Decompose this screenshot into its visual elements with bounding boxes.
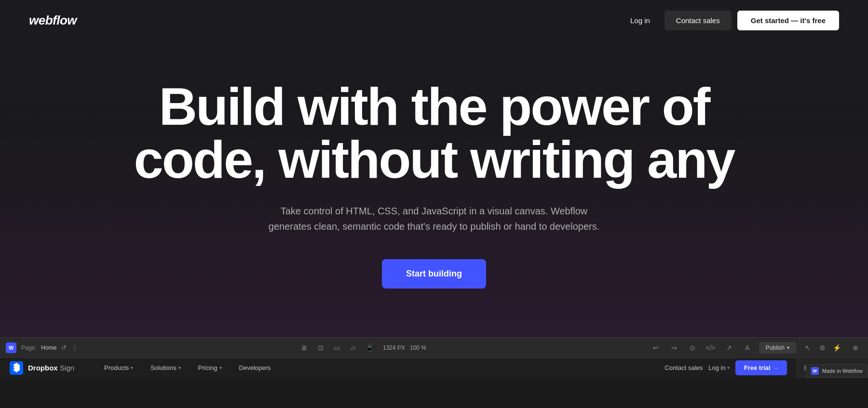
login-button[interactable]: Log in xyxy=(622,12,659,29)
contact-sales-button[interactable]: Contact sales xyxy=(665,11,732,30)
lightning-icon[interactable]: ⚡ xyxy=(830,342,844,354)
nav-right: Log in Contact sales Get started — it's … xyxy=(622,11,839,30)
desktop-view-button[interactable]: 🖥 xyxy=(297,342,312,354)
browser-nav-pricing[interactable]: Pricing ▾ xyxy=(190,360,230,375)
hero-subtitle: Take control of HTML, CSS, and JavaScrip… xyxy=(265,203,603,234)
browser-nav-products[interactable]: Products ▾ xyxy=(96,360,141,375)
start-building-button[interactable]: Start building xyxy=(382,259,486,289)
browser-logo-text: Dropbox Sign xyxy=(28,364,74,372)
tablet-view-button[interactable]: ▭ xyxy=(330,342,344,354)
browser-nav-items: Products ▾ Solutions ▾ Pricing ▾ Develop… xyxy=(96,360,655,375)
cursor-icon[interactable]: ↖ xyxy=(801,342,814,354)
webflow-logo: webflow xyxy=(29,13,77,28)
browser-logo-area: Dropbox Sign xyxy=(0,361,96,375)
hero-section: webflow Log in Contact sales Get started… xyxy=(0,0,868,337)
browser-login-button[interactable]: Log in ▾ xyxy=(708,364,729,371)
extra-icon[interactable]: ⊕ xyxy=(849,342,862,354)
hero-title: Build with the power of code, without wr… xyxy=(134,80,734,186)
browser-nav-right: Contact sales Log in ▾ Free trial → xyxy=(655,360,796,375)
font-button[interactable]: A xyxy=(741,342,754,354)
editor-bar: W Page: Home ↺ ⋮ 🖥 ⊡ ▭ ▱ 📱 1324 PX 100 %… xyxy=(0,337,868,357)
undo-button[interactable]: ↩ xyxy=(649,342,663,354)
history-button[interactable]: ⊙ xyxy=(686,342,699,354)
editor-bar-left: W Page: Home ↺ ⋮ xyxy=(6,342,78,353)
publish-button[interactable]: Publish ▾ xyxy=(759,342,796,354)
editor-more-options[interactable]: ⋮ xyxy=(71,344,78,352)
browser-nav-developers[interactable]: Developers xyxy=(231,360,279,375)
breakpoint-button[interactable]: ⊡ xyxy=(313,342,328,354)
browser-contact-link[interactable]: Contact sales xyxy=(665,364,703,371)
get-started-button[interactable]: Get started — it's free xyxy=(737,11,839,30)
made-in-webflow-badge[interactable]: W Made in Webflow xyxy=(806,364,868,378)
hero-content: Build with the power of code, without wr… xyxy=(38,31,831,337)
browser-free-trial-button[interactable]: Free trial → xyxy=(735,360,787,375)
browser-nav-solutions[interactable]: Solutions ▾ xyxy=(143,360,188,375)
refresh-icon[interactable]: ↺ xyxy=(61,344,67,351)
editor-bar-center: 🖥 ⊡ ▭ ▱ 📱 1324 PX 100 % xyxy=(297,342,430,354)
miw-w-icon: W xyxy=(811,367,819,375)
settings-icon[interactable]: ⚙ xyxy=(819,344,826,352)
mobile-portrait-button[interactable]: 📱 xyxy=(363,342,377,354)
code-view-button[interactable]: </> xyxy=(704,342,718,354)
miw-text: Made in Webflow xyxy=(822,368,863,374)
editor-page-label: Page: xyxy=(21,344,36,351)
editor-page-name[interactable]: Home xyxy=(41,344,56,351)
browser-bar: Dropbox Sign Products ▾ Solutions ▾ Pric… xyxy=(0,357,868,378)
editor-w-icon: W xyxy=(6,342,16,353)
share-button[interactable]: ↗ xyxy=(722,342,736,354)
redo-button[interactable]: ↪ xyxy=(667,342,681,354)
mobile-landscape-button[interactable]: ▱ xyxy=(346,342,361,354)
editor-bar-right: ↩ ↪ ⊙ </> ↗ A Publish ▾ ↖ ⚙ ⚡ ⊕ xyxy=(649,342,862,354)
bottom-area: W Page: Home ↺ ⋮ 🖥 ⊡ ▭ ▱ 📱 1324 PX 100 %… xyxy=(0,337,868,388)
dropbox-logo xyxy=(10,361,23,375)
editor-size-label: 1324 PX 100 % xyxy=(383,344,426,351)
